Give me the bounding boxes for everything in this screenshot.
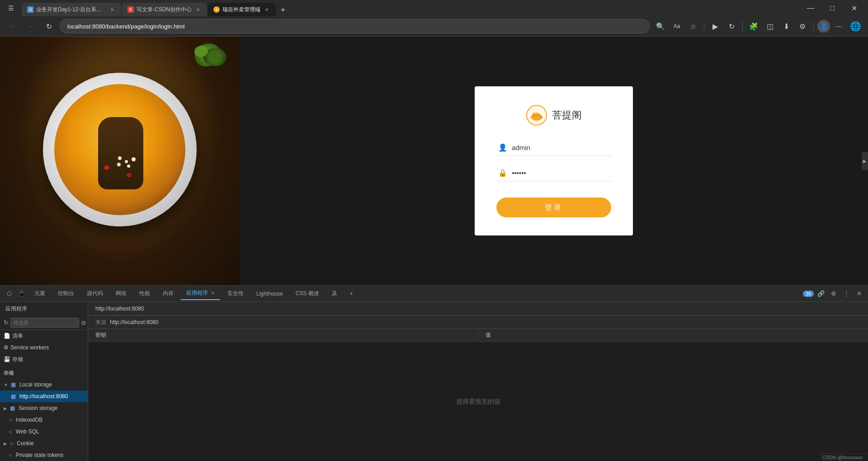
- sidebar-filter-input[interactable]: [10, 318, 79, 328]
- tab-1-close[interactable]: ✕: [108, 6, 116, 13]
- extensions-icon[interactable]: 🧩: [746, 19, 761, 33]
- kernel-5: [127, 165, 130, 168]
- sidebar-item-indexeddb[interactable]: ○ IndexedDB: [0, 414, 88, 426]
- dt-tab-lighthouse[interactable]: Lighthouse: [251, 287, 288, 300]
- cookie-icon: ○: [10, 440, 13, 447]
- profile-icon[interactable]: 👤: [817, 20, 830, 33]
- tab-2[interactable]: C 写文章-CSDN创作中心 ✕: [122, 3, 207, 16]
- sidebar-item-local-storage-label: Local storage: [19, 381, 52, 388]
- play-icon[interactable]: ▶: [708, 19, 722, 33]
- login-logo: 菩提阁: [496, 104, 611, 126]
- password-group: 🔒: [496, 165, 611, 181]
- dt-tab-elements[interactable]: 元素: [29, 287, 51, 300]
- service-workers-icon: ⚙: [4, 344, 9, 351]
- dt-tab-console[interactable]: 控制台: [52, 287, 80, 300]
- dt-tab-sources[interactable]: 源代码: [81, 287, 108, 300]
- favorites-icon[interactable]: ☆: [686, 19, 700, 33]
- sidebar-item-service-workers-label: Service workers: [10, 344, 49, 351]
- forward-button[interactable]: →: [24, 19, 38, 33]
- reload-button[interactable]: ↻: [42, 19, 56, 33]
- refresh-icon[interactable]: ↻: [724, 19, 739, 33]
- local-storage-grid-icon: ▦: [11, 381, 16, 388]
- manifest-icon: 📄: [4, 333, 10, 339]
- tab-1-label: 业务开发Day1-12-后台系统退出...: [36, 6, 106, 14]
- toolbar-icons: 🔍 Aa ☆ ▶ ↻ 🧩 ◫ ⬇ ⚙ 👤 ··· 🌐: [653, 19, 863, 33]
- dt-tab-application[interactable]: 应用程序 ✕: [181, 287, 220, 300]
- search-icon[interactable]: 🔍: [653, 19, 668, 33]
- dt-tab-css[interactable]: CSS 概述: [290, 287, 325, 300]
- sidebar-clear-icon[interactable]: ⊘: [81, 317, 86, 328]
- edge-icon: 🌐: [848, 19, 863, 33]
- devtools-device-icon[interactable]: 📱: [16, 288, 27, 299]
- sidebar-item-private-state-tokens[interactable]: ○ Private state tokens: [0, 449, 88, 461]
- tab-3[interactable]: ● 瑞吉外卖管理端 ✕: [208, 3, 276, 16]
- more-button[interactable]: ···: [832, 19, 846, 33]
- login-page: 菩提阁 👤 🔒 登录: [0, 37, 868, 285]
- col-key-header: 密钥: [88, 331, 478, 339]
- tab-3-close[interactable]: ✕: [263, 6, 270, 13]
- devtools-panel: ⬡ 📱 元素 控制台 源代码 网络 性能 内存 应用程序 ✕ 安全性 Light…: [0, 285, 868, 461]
- username-icon: 👤: [498, 143, 507, 152]
- settings-icon[interactable]: ⚙: [795, 19, 810, 33]
- sidebar-icon[interactable]: ◫: [763, 19, 777, 33]
- food-bowl-container: [43, 73, 197, 226]
- websql-icon: ○: [9, 428, 12, 435]
- sidebar-title: 应用程序: [5, 305, 27, 313]
- food-section: [0, 37, 240, 285]
- sidebar-item-storage-shortcut[interactable]: 💾 存储: [0, 353, 88, 365]
- tab-1-favicon-text: 业: [28, 7, 33, 13]
- tab-1[interactable]: 业 业务开发Day1-12-后台系统退出... ✕: [22, 3, 121, 16]
- sidebar-item-service-workers[interactable]: ⚙ Service workers: [0, 342, 88, 353]
- sidebar-item-manifest[interactable]: 📄 清单: [0, 330, 88, 342]
- address-input[interactable]: [60, 19, 650, 33]
- source-label: 来源: [95, 319, 106, 326]
- tab-2-close[interactable]: ✕: [194, 6, 202, 13]
- sidebar-item-localhost-label: http://localhost:8080: [19, 393, 68, 400]
- storage-shortcut-icon: 💾: [4, 356, 10, 362]
- password-input[interactable]: [512, 169, 609, 177]
- private-tokens-icon: ○: [9, 452, 12, 458]
- devtools-more-icon[interactable]: ⋮: [841, 288, 852, 299]
- dt-tab-memory[interactable]: 内存: [157, 287, 179, 300]
- devtools-resize-handle[interactable]: ▶: [862, 152, 868, 170]
- devtools-link-icon[interactable]: 🔗: [816, 288, 826, 299]
- sidebar-header: 应用程序: [0, 302, 88, 315]
- sidebar-item-cookie[interactable]: ▶ ○ Cookie: [0, 437, 88, 449]
- dt-tab-performance[interactable]: 性能: [134, 287, 156, 300]
- devtools-close-icon[interactable]: ✕: [854, 288, 864, 299]
- table-body[interactable]: 选择要预览的值: [88, 342, 868, 461]
- devtools-inspect-icon[interactable]: ⬡: [4, 288, 14, 299]
- sidebar-item-session-storage[interactable]: ▶ ▦ Session storage: [0, 402, 88, 414]
- origin-url: http://localhost:8080: [95, 306, 144, 312]
- login-button[interactable]: 登录: [496, 198, 611, 217]
- tab-2-favicon: C: [127, 6, 134, 13]
- tab-3-favicon: ●: [213, 6, 220, 13]
- dt-tab-network[interactable]: 网络: [110, 287, 132, 300]
- username-group: 👤: [496, 140, 611, 156]
- sidebar-item-local-storage[interactable]: ▼ ▦ Local storage: [0, 379, 88, 390]
- food-background: [0, 37, 240, 285]
- maximize-button[interactable]: □: [822, 1, 843, 15]
- private-tokens-expand-icon: [4, 453, 6, 458]
- sidebar-refresh-icon[interactable]: ↻: [4, 317, 9, 328]
- page-viewport: 菩提阁 👤 🔒 登录 ▶: [0, 37, 868, 285]
- sidebar-item-websql-label: Web SQL: [16, 428, 39, 435]
- devtools-settings-icon[interactable]: ⚙: [828, 288, 839, 299]
- dt-tab-extra[interactable]: 及: [326, 287, 343, 300]
- back-button[interactable]: ←: [5, 19, 20, 33]
- minimize-button[interactable]: —: [800, 1, 821, 15]
- devtools-tabs-bar: ⬡ 📱 元素 控制台 源代码 网络 性能 内存 应用程序 ✕ 安全性 Light…: [0, 286, 868, 302]
- dt-tab-application-close[interactable]: ✕: [211, 290, 215, 296]
- sidebar-toggle-btn[interactable]: ☰: [4, 1, 18, 15]
- new-tab-button[interactable]: +: [277, 4, 289, 16]
- sidebar-item-localhost-8080[interactable]: ▦ http://localhost:8080: [0, 390, 88, 402]
- username-input[interactable]: [512, 144, 609, 151]
- dt-tab-add[interactable]: +: [344, 287, 359, 300]
- read-mode-icon[interactable]: Aa: [670, 19, 684, 33]
- status-bar-text: CSDN @fixxxxxxx: [822, 455, 863, 460]
- downloads-icon[interactable]: ⬇: [779, 19, 793, 33]
- sidebar-item-websql[interactable]: ○ Web SQL: [0, 426, 88, 437]
- close-button[interactable]: ✕: [844, 1, 864, 15]
- dt-tab-security[interactable]: 安全性: [222, 287, 249, 300]
- source-bar: 来源 http://localhost:8080: [88, 315, 868, 329]
